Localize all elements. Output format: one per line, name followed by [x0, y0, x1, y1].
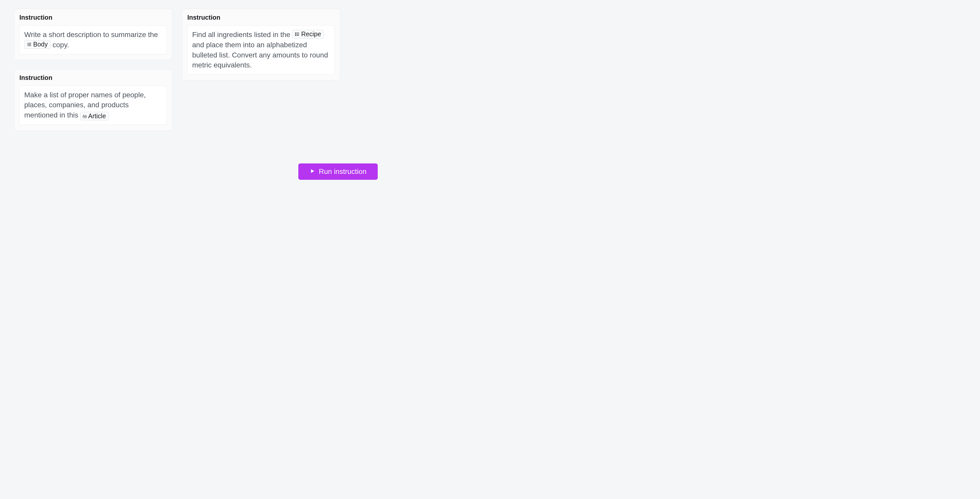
svg-point-6	[295, 33, 296, 33]
play-icon	[310, 167, 315, 176]
run-instruction-button[interactable]: Run instruction	[298, 163, 378, 180]
lines-icon	[27, 42, 32, 47]
card-label: Instruction	[187, 14, 335, 21]
svg-point-8	[295, 34, 296, 35]
tag-label: Recipe	[301, 31, 321, 38]
instruction-text: Write a short description to summarize t…	[24, 31, 158, 38]
instruction-card: Instruction Write a short description to…	[14, 9, 172, 60]
card-label: Instruction	[19, 74, 167, 81]
tag-label: Body	[33, 41, 48, 48]
body-tag[interactable]: Body	[24, 40, 51, 49]
run-button-label: Run instruction	[319, 167, 366, 176]
left-column: Instruction Write a short description to…	[14, 9, 172, 131]
instruction-input[interactable]: Find all ingredients listed in the Recip…	[187, 25, 335, 75]
instruction-text: Find all ingredients listed in the	[192, 31, 292, 38]
instruction-card: Instruction Find all ingredients listed …	[182, 9, 340, 80]
instruction-text: and place them into an alphabetized bull…	[192, 41, 328, 69]
instruction-input[interactable]: Make a list of proper names of people, p…	[19, 86, 167, 125]
instruction-text: copy.	[51, 41, 69, 49]
recipe-tag[interactable]: Recipe	[292, 30, 324, 38]
cards-container: Instruction Write a short description to…	[0, 0, 392, 140]
svg-point-10	[295, 35, 296, 36]
card-label: Instruction	[19, 14, 167, 21]
instruction-card: Instruction Make a list of proper names …	[14, 69, 172, 131]
right-column: Instruction Find all ingredients listed …	[182, 9, 340, 131]
tag-label: Article	[88, 113, 106, 120]
list-icon	[294, 32, 300, 37]
instruction-input[interactable]: Write a short description to summarize t…	[19, 25, 167, 54]
article-tag[interactable]: AaArticle	[80, 112, 109, 121]
aa-icon: Aa	[83, 114, 86, 118]
